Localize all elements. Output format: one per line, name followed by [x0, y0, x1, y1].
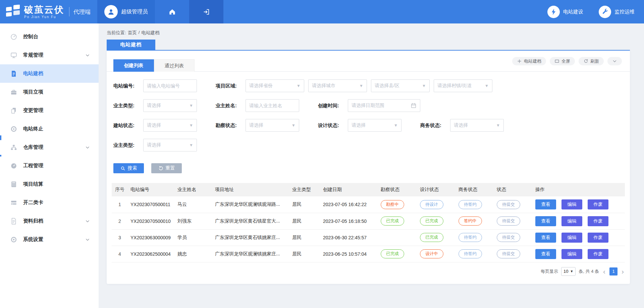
select-caret-icon: ▼ — [189, 103, 193, 108]
view-button[interactable]: 查看 — [535, 216, 556, 226]
sidebar-item-monitor[interactable]: 常规管理 — [0, 46, 99, 64]
sidebar-item-doc[interactable]: 电站建档 — [0, 64, 99, 83]
filter-select[interactable]: 请选择▼ — [348, 119, 401, 132]
pagination: 每页显示 10 ▼ 条, 共 4 条 ‹ 1 › — [107, 262, 630, 276]
station-table-wrap: 序号电站编号业主姓名项目地址业主类型创建日期勘察状态设计状态商务状态状态操作 1… — [112, 183, 625, 262]
cell-design-status: 设计中 — [417, 246, 456, 262]
next-page-icon[interactable]: › — [621, 268, 625, 275]
home-button[interactable] — [155, 0, 189, 23]
filter-label: 商务状态: — [420, 122, 450, 129]
sidebar-item-archive[interactable]: 资料归档 — [0, 212, 99, 230]
id-card-icon — [10, 199, 17, 206]
header-right-nav: 电站建设 监控运维 — [547, 0, 644, 23]
sidebar-item-briefcase[interactable]: 项目立项 — [0, 83, 99, 101]
region-select[interactable]: 请选择村镇/街道▼ — [434, 79, 492, 92]
breadcrumb-home-link[interactable]: 首页 — [128, 30, 137, 36]
edit-button[interactable]: 编辑 — [561, 199, 582, 209]
status-badge: 待签约 — [459, 233, 482, 242]
void-button[interactable]: 作废 — [588, 249, 608, 259]
cell-owner-type: 居民 — [289, 246, 320, 262]
toolbar-refresh-button[interactable]: 刷新 — [579, 57, 604, 65]
table-row: 1 YX2023070500011 马云 广东深圳龙华区观澜镇观湖路... 居民… — [112, 196, 625, 213]
void-button[interactable]: 作废 — [588, 216, 608, 226]
sidebar-item-sitemap[interactable]: 仓库管理 — [0, 138, 99, 157]
filter-select[interactable]: 请选择▼ — [143, 119, 197, 132]
sidebar-item-label: 项目立项 — [23, 89, 90, 95]
filter-select[interactable]: 请选择▼ — [246, 119, 299, 132]
cell-owner-type: 居民 — [289, 229, 320, 246]
page-tab-bar: 电站建档 — [107, 40, 630, 51]
region-select[interactable]: 请选择城市▼ — [308, 79, 367, 92]
filter-text-input[interactable] — [246, 99, 299, 112]
logout-button[interactable] — [189, 0, 223, 23]
reset-button[interactable]: 重置 — [151, 163, 182, 173]
cell-survey-status: 已完成 — [378, 246, 417, 262]
breadcrumb-separator: / — [139, 30, 140, 36]
current-page-button[interactable]: 1 — [609, 267, 618, 275]
fullscreen-icon — [554, 59, 559, 64]
sidebar-item-target[interactable]: 电站终止 — [0, 120, 99, 138]
column-header: 项目地址 — [212, 183, 289, 196]
sidebar-item-copy[interactable]: 变更管理 — [0, 101, 99, 120]
view-button[interactable]: 查看 — [535, 249, 556, 259]
total-count-label: 条, 共 4 条 — [579, 268, 599, 274]
plus-icon — [517, 59, 522, 64]
cell-owner-name: 学员 — [175, 229, 212, 246]
list-tab-1[interactable]: 通过列表 — [154, 59, 195, 72]
brand-subtitle: Po Jian Yun Fu — [24, 15, 64, 19]
cell-station-code: YX2023070500010 — [128, 213, 175, 229]
toolbar-more-button[interactable] — [607, 57, 622, 65]
logout-icon — [203, 8, 210, 16]
edit-button[interactable]: 编辑 — [561, 249, 582, 259]
user-menu[interactable]: 超级管理员 — [97, 0, 155, 23]
sidebar-item-gauge[interactable]: 工程管理 — [0, 157, 99, 175]
filter-select[interactable]: 请选择▼ — [143, 99, 197, 112]
header-mode-station-build[interactable]: 电站建设 — [547, 6, 583, 18]
select-caret-icon: ▼ — [570, 269, 573, 273]
table-body: 1 YX2023070500011 马云 广东深圳龙华区观澜镇观湖路... 居民… — [112, 196, 625, 262]
toolbar-plus-button[interactable]: 电站建档 — [512, 57, 546, 65]
view-button[interactable]: 查看 — [535, 199, 556, 209]
cell-status: 待提交 — [494, 229, 533, 246]
filter-select[interactable]: 请选择▼ — [450, 119, 504, 132]
page-size-select[interactable]: 10 ▼ — [561, 267, 576, 276]
list-tabs-row: 创建列表通过列表电站建档全屏刷新 — [107, 51, 630, 72]
cell-actions: 查看编辑作废 — [533, 229, 625, 246]
filter-select[interactable]: 请选择▼ — [143, 139, 197, 151]
column-header: 商务状态 — [456, 183, 494, 196]
cell-actions: 查看编辑作废 — [533, 246, 625, 262]
filter-label: 勘察状态: — [216, 122, 246, 129]
sidebar-scrollbar-thumb[interactable] — [0, 135, 1, 140]
cell-survey-status: 已完成 — [378, 213, 417, 229]
sidebar-item-label: 变更管理 — [23, 107, 90, 114]
list-tab-0[interactable]: 创建列表 — [113, 59, 154, 72]
status-badge: 待签约 — [459, 200, 482, 209]
edit-button[interactable]: 编辑 — [561, 233, 582, 243]
region-select[interactable]: 请选择县/区▼ — [371, 79, 430, 92]
edit-button[interactable]: 编辑 — [561, 216, 582, 226]
cell-design-status: 已完成 — [417, 229, 456, 246]
void-button[interactable]: 作废 — [588, 199, 608, 209]
prev-page-icon[interactable]: ‹ — [602, 268, 606, 275]
sidebar-item-calculator[interactable]: 项目结算 — [0, 175, 99, 193]
void-button[interactable]: 作废 — [588, 233, 608, 243]
toolbar-fullscreen-button[interactable]: 全屏 — [550, 57, 575, 65]
brand-title: 破茧云伏 — [24, 5, 64, 14]
status-badge: 已完成 — [420, 217, 443, 226]
filter-text-input[interactable] — [143, 79, 197, 92]
search-button[interactable]: 搜索 — [113, 163, 144, 173]
date-range-input[interactable]: 请选择日期范围 — [348, 99, 420, 112]
cell-seq: 4 — [112, 246, 128, 262]
region-select[interactable]: 请选择省份▼ — [246, 79, 304, 92]
filter-group: 建站状态:请选择▼ — [113, 119, 216, 132]
sidebar-menu: 控制台常规管理电站建档项目立项变更管理电站终止仓库管理工程管理项目结算开二类卡资… — [0, 27, 99, 249]
select-caret-icon: ▼ — [496, 123, 500, 128]
sidebar-item-gear[interactable]: 系统设置 — [0, 230, 99, 249]
view-button[interactable]: 查看 — [535, 233, 556, 243]
page-tab-station-archive[interactable]: 电站建档 — [107, 40, 155, 50]
brand-logo-icon — [5, 5, 21, 19]
sidebar-item-dashboard[interactable]: 控制台 — [0, 27, 99, 46]
select-caret-icon: ▼ — [297, 83, 301, 88]
header-mode-monitor-ops[interactable]: 监控运维 — [599, 6, 635, 18]
sidebar-item-card[interactable]: 开二类卡 — [0, 193, 99, 212]
